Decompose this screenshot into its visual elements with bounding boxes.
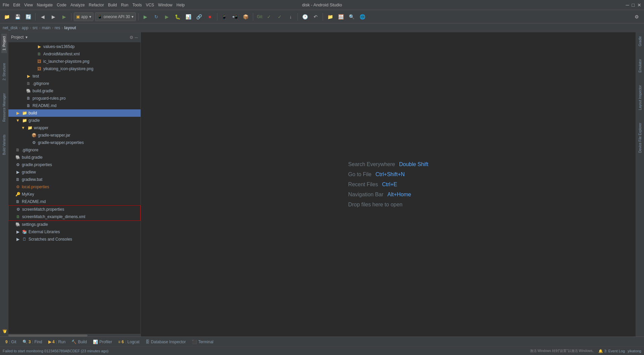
tree-item-build-gradle1[interactable]: 🐘 build.gradle — [8, 87, 141, 95]
tree-item-readme2[interactable]: 🗎 README.md — [8, 198, 141, 205]
event-log-button[interactable]: 🔔 3: Event Log — [598, 349, 625, 353]
sdk-manager-button[interactable]: 📦 — [241, 12, 251, 21]
tree-item-gradlew[interactable]: ▶ gradlew — [8, 168, 141, 176]
tree-item-wrapper[interactable]: ▼ 📁 wrapper — [8, 124, 141, 132]
menu-vcs[interactable]: VCS — [146, 3, 154, 7]
menu-tools[interactable]: Tools — [132, 3, 142, 7]
tree-item-gradle-wrapper-props[interactable]: ⚙ gradle-wrapper.properties — [8, 139, 141, 146]
tree-item-proguard[interactable]: 🗎 proguard-rules.pro — [8, 95, 141, 102]
tree-item-settings-gradle[interactable]: 🐘 settings.gradle — [8, 221, 141, 228]
menu-navigate[interactable]: Navigate — [37, 3, 53, 7]
run-recent-button[interactable]: ▶ — [59, 12, 69, 21]
gradle-tab[interactable]: Gradle — [637, 34, 643, 49]
make-project-button[interactable]: ▶ — [141, 12, 150, 21]
breadcrumb-item-app[interactable]: app — [22, 26, 29, 30]
sync-button[interactable]: 🔄 — [23, 12, 33, 21]
find-bottom-tab[interactable]: 🔍 3 : Find — [20, 338, 45, 346]
tree-item-external-libs[interactable]: ▶ 📚 External Libraries — [8, 228, 141, 236]
menu-file[interactable]: File — [3, 3, 9, 7]
menu-refactor[interactable]: Refactor — [89, 3, 104, 7]
panel-dropdown-icon[interactable]: ▾ — [25, 35, 28, 40]
attach-debugger-button[interactable]: 🔗 — [195, 12, 204, 21]
device-file-explorer-tab[interactable]: Device File Explorer — [637, 120, 643, 155]
tree-item-screenmatch-props[interactable]: ⚙ screenMatch.properties — [9, 206, 140, 213]
tree-item-readme1[interactable]: 🗎 README.md — [8, 102, 141, 109]
database-inspector-bottom-tab[interactable]: 🗄 Database Inspector — [143, 338, 189, 346]
breadcrumb-item-net-disk[interactable]: net_disk — [3, 26, 18, 30]
run-button[interactable]: ▶ — [162, 12, 172, 21]
forward-button[interactable]: ▶ — [49, 12, 58, 21]
terminal-bottom-tab[interactable]: ⬛ Terminal — [189, 338, 216, 346]
tree-item-values-sw[interactable]: ▶ values-sw1365dp — [8, 43, 141, 50]
profile-button[interactable]: 📊 — [184, 12, 193, 21]
build-bottom-tab[interactable]: 🔨 Build — [69, 338, 90, 346]
tree-item-ic-launcher[interactable]: 🖼 ic_launcher-playstore.png — [8, 58, 141, 65]
menu-analyze[interactable]: Analyze — [70, 3, 85, 7]
structure-tab[interactable]: 2: Structure — [1, 60, 7, 83]
breadcrumb-item-main[interactable]: main — [42, 26, 51, 30]
stop-button[interactable]: ■ — [205, 12, 215, 21]
back-button[interactable]: ◀ — [38, 12, 47, 21]
sync-project-button[interactable]: ↻ — [152, 12, 161, 21]
file-tree[interactable]: ▶ values-sw1365dp 🗎 AndroidManifest.xml … — [8, 42, 141, 334]
tree-item-screenmatch-xml[interactable]: 🗎 screenMatch_example_dimens.xml — [9, 213, 140, 220]
device-manager-button[interactable]: 📱 — [220, 12, 229, 21]
avd-button[interactable]: 📲 — [230, 12, 240, 21]
app-module-dropdown[interactable]: ▣ app ▾ — [74, 12, 94, 21]
menu-code[interactable]: Code — [57, 3, 66, 7]
settings-button[interactable]: ⚙ — [632, 12, 641, 21]
tree-scrollbar-thumb[interactable] — [8, 335, 88, 337]
tree-item-build-gradle2[interactable]: 🐘 build.gradle — [8, 154, 141, 161]
menu-build[interactable]: Build — [108, 3, 117, 7]
breadcrumb-item-src[interactable]: src — [33, 26, 38, 30]
tree-item-gradle[interactable]: ▼ 📁 gradle — [8, 117, 141, 124]
menu-edit[interactable]: Edit — [13, 3, 20, 7]
tree-scrollbar[interactable] — [8, 334, 141, 337]
git-commit-button[interactable]: ✓ — [264, 12, 274, 21]
open-file-button[interactable]: 📁 — [2, 12, 11, 21]
tree-item-gradle-wrapper-jar[interactable]: 📦 gradle-wrapper.jar — [8, 132, 141, 139]
tree-item-build-folder[interactable]: ▶ 📁 build — [8, 109, 141, 117]
tree-item-mykey[interactable]: 🔑 MyKey — [8, 191, 141, 198]
history-button[interactable]: 🕐 — [300, 12, 310, 21]
layout-inspector-tab[interactable]: Layout Inspector — [637, 83, 643, 113]
run-bottom-tab[interactable]: ▶ 4 : Run — [46, 338, 68, 346]
breadcrumb-item-layout[interactable]: layout — [64, 26, 76, 30]
undo-button[interactable]: ↶ — [311, 12, 320, 21]
tree-item-test[interactable]: ▶ test — [8, 72, 141, 80]
git-pull-button[interactable]: ↓ — [286, 12, 295, 21]
breadcrumb-item-res[interactable]: res — [55, 26, 60, 30]
maximize-button[interactable]: □ — [632, 2, 635, 8]
search-everywhere-button[interactable]: 🔍 — [347, 12, 356, 21]
resource-manager-tab[interactable]: Resource Manager — [1, 91, 7, 124]
menu-window[interactable]: Window — [158, 3, 172, 7]
minimize-button[interactable]: ─ — [626, 2, 629, 8]
tree-item-gitignore2[interactable]: 🗎 .gitignore — [8, 146, 141, 154]
debug-button[interactable]: 🐛 — [173, 12, 182, 21]
project-structure-button[interactable]: 📁 — [325, 12, 335, 21]
emulator-tab[interactable]: Emulator — [637, 56, 643, 75]
profiler-bottom-tab[interactable]: 📊 Profiler — [90, 338, 115, 346]
tree-item-yikatong-icon[interactable]: 🖼 yikatong_icon-playstore.png — [8, 65, 141, 72]
logcat-bottom-tab[interactable]: ≡ 6 : Logcat — [115, 338, 142, 346]
device-dropdown[interactable]: 📱 oneone API 30 ▾ — [95, 12, 136, 21]
menu-run[interactable]: Run — [121, 3, 128, 7]
close-button[interactable]: ✕ — [637, 2, 641, 8]
tree-item-gradlew-bat[interactable]: 🗎 gradlew.bat — [8, 176, 141, 183]
minimize-panel-icon[interactable]: ─ — [135, 35, 138, 40]
project-tab[interactable]: 1: Project — [1, 34, 7, 53]
menu-view[interactable]: View — [24, 3, 33, 7]
build-variants-tab[interactable]: Build Variants — [1, 132, 7, 158]
tree-item-android-manifest[interactable]: 🗎 AndroidManifest.xml — [8, 50, 141, 58]
git-push-button[interactable]: ✓ — [275, 12, 284, 21]
save-button[interactable]: 💾 — [13, 12, 22, 21]
bottom-icon-1[interactable]: 🔔 — [1, 327, 7, 337]
git-bottom-tab[interactable]: 9 : Git — [3, 338, 19, 346]
tree-item-gitignore1[interactable]: 🗎 .gitignore — [8, 80, 141, 87]
tree-item-local-props[interactable]: ⚙ local.properties — [8, 183, 141, 191]
tree-item-scratches[interactable]: ▶ 🗒 Scratches and Consoles — [8, 236, 141, 243]
cog-icon[interactable]: ⚙ — [129, 35, 133, 40]
tree-item-gradle-props[interactable]: ⚙ gradle.properties — [8, 161, 141, 168]
translate-button[interactable]: 🌐 — [358, 12, 367, 21]
new-ui-button[interactable]: 🪟 — [336, 12, 345, 21]
